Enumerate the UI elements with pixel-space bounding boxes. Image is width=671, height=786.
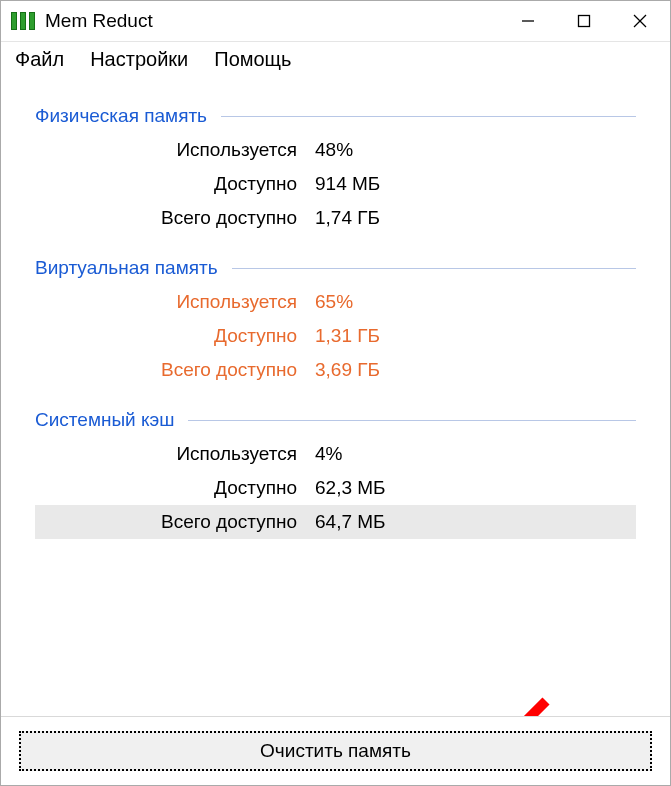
cache-avail-value: 62,3 МБ [315,477,636,499]
label-avail: Доступно [35,173,315,195]
label-avail: Доступно [35,477,315,499]
cache-total-row: Всего доступно 64,7 МБ [35,505,636,539]
virtual-used-row: Используется 65% [35,285,636,319]
cache-used-row: Используется 4% [35,437,636,471]
section-virtual-label: Виртуальная память [35,257,218,279]
section-physical-title: Физическая память [35,105,636,127]
title-bar: Mem Reduct [1,1,670,42]
physical-used-value: 48% [315,139,636,161]
virtual-avail-value: 1,31 ГБ [315,325,636,347]
menu-bar: Файл Настройки Помощь [1,42,670,81]
section-cache-label: Системный кэш [35,409,174,431]
physical-used-row: Используется 48% [35,133,636,167]
minimize-icon [521,14,535,28]
close-button[interactable] [612,1,668,41]
svg-rect-1 [579,16,590,27]
physical-total-row: Всего доступно 1,74 ГБ [35,201,636,235]
virtual-used-value: 65% [315,291,636,313]
maximize-icon [577,14,591,28]
cache-total-value: 64,7 МБ [315,511,636,533]
label-total: Всего доступно [35,359,315,381]
divider [232,268,636,269]
close-icon [633,14,647,28]
divider [221,116,636,117]
section-cache-title: Системный кэш [35,409,636,431]
virtual-total-row: Всего доступно 3,69 ГБ [35,353,636,387]
content-area: Физическая память Используется 48% Досту… [1,81,670,716]
physical-avail-value: 914 МБ [315,173,636,195]
section-virtual-title: Виртуальная память [35,257,636,279]
app-icon [11,12,35,30]
label-used: Используется [35,139,315,161]
label-total: Всего доступно [35,207,315,229]
minimize-button[interactable] [500,1,556,41]
label-used: Используется [35,443,315,465]
label-avail: Доступно [35,325,315,347]
cache-avail-row: Доступно 62,3 МБ [35,471,636,505]
label-used: Используется [35,291,315,313]
maximize-button[interactable] [556,1,612,41]
label-total: Всего доступно [35,511,315,533]
app-window: Mem Reduct Файл Настройки Помощь Физичес… [0,0,671,786]
divider [188,420,636,421]
menu-settings[interactable]: Настройки [90,48,188,71]
window-title: Mem Reduct [45,10,153,32]
section-physical-label: Физическая память [35,105,207,127]
virtual-total-value: 3,69 ГБ [315,359,636,381]
svg-line-5 [451,701,546,716]
annotation-arrow-icon [431,691,571,716]
cache-used-value: 4% [315,443,636,465]
menu-help[interactable]: Помощь [214,48,291,71]
physical-avail-row: Доступно 914 МБ [35,167,636,201]
button-bar: Очистить память [1,716,670,785]
physical-total-value: 1,74 ГБ [315,207,636,229]
clean-memory-button[interactable]: Очистить память [19,731,652,771]
menu-file[interactable]: Файл [15,48,64,71]
virtual-avail-row: Доступно 1,31 ГБ [35,319,636,353]
